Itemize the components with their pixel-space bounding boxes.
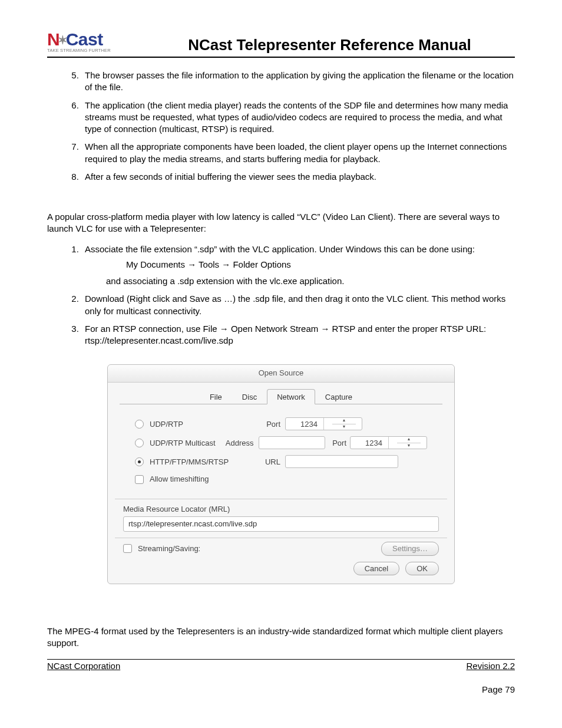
ncast-logo: N✶Cast TAKE STREAMING FURTHER [47, 29, 133, 53]
url-field[interactable] [285, 455, 398, 468]
address-field[interactable] [259, 436, 325, 449]
cancel-button[interactable]: Cancel [353, 562, 399, 576]
radio-udp-rtp[interactable] [135, 420, 144, 429]
mrl-field[interactable]: rtsp://telepresenter.ncast.com/live.sdp [123, 516, 439, 532]
list-text: Download (Right click and Save as …) the… [85, 294, 505, 315]
list-item: Associate the file extension “.sdp” with… [81, 243, 515, 288]
page-content: The browser passes the file information … [47, 70, 515, 696]
checkbox-label: Allow timeshifting [150, 474, 209, 485]
tab-network[interactable]: Network [267, 389, 315, 405]
list-item: For an RTSP connection, use File → Open … [81, 323, 515, 347]
spinner-icon[interactable]: ▲▼ [388, 437, 427, 449]
url-label: URL [245, 457, 280, 467]
ordered-list-b: Associate the file extension “.sdp” with… [47, 243, 515, 347]
tab-disc[interactable]: Disc [232, 389, 267, 405]
dialog-title: Open Source [108, 365, 454, 383]
mrl-value: rtsp://telepresenter.ncast.com/live.sdp [128, 519, 257, 528]
footer-right: Revision 2.2 [466, 660, 515, 672]
port-field-2[interactable]: 1234 ▲▼ [350, 436, 427, 449]
radio-label: UDP/RTP [150, 419, 245, 430]
spinner-icon[interactable]: ▲▼ [323, 418, 362, 430]
list-item: The application (the client media player… [81, 100, 515, 136]
checkbox-timeshifting[interactable] [135, 475, 144, 484]
logo-cast: Cast [66, 29, 103, 49]
list-item: The browser passes the file information … [81, 70, 515, 94]
ok-button[interactable]: OK [405, 562, 439, 576]
list-text: Associate the file extension “.sdp” with… [85, 244, 475, 254]
dialog-tabs: FileDiscNetworkCapture [120, 388, 442, 405]
radio-udp-rtp-multicast[interactable] [135, 439, 144, 447]
footer-left: NCast Corporation [47, 660, 120, 672]
mrl-label: Media Resource Locator (MRL) [123, 504, 439, 515]
checkbox-streaming-saving[interactable] [123, 544, 132, 553]
list-item: When all the appropriate components have… [81, 141, 515, 165]
list-item: After a few seconds of initial buffering… [81, 171, 515, 183]
list-sub-note: and associating a .sdp extension with th… [106, 275, 515, 287]
list-sub-path: My Documents → Tools → Folder Options [126, 259, 515, 271]
list-text: For an RTSP connection, use File → Open … [85, 324, 486, 345]
open-source-dialog: Open Source FileDiscNetworkCapture UDP/R… [107, 364, 455, 584]
radio-label: UDP/RTP Multicast [150, 438, 226, 449]
tab-pane-network: UDP/RTP Port 1234 ▲▼ UDP/RTP Multicast A… [120, 404, 442, 499]
paragraph-vlc: A popular cross-platform media player wi… [47, 211, 515, 235]
tab-capture[interactable]: Capture [315, 389, 362, 405]
page-footer: NCast Corporation Revision 2.2 [47, 659, 515, 672]
tab-file[interactable]: File [200, 389, 232, 405]
address-label: Address [226, 438, 254, 449]
settings-button[interactable]: Settings… [381, 542, 439, 556]
list-item: Download (Right click and Save as …) the… [81, 293, 515, 317]
port-value: 1234 [351, 438, 388, 449]
port-label-2: Port [329, 438, 346, 449]
port-field-1[interactable]: 1234 ▲▼ [285, 417, 362, 430]
paragraph-mpeg4: The MPEG-4 format used by the Telepresen… [47, 625, 515, 650]
page-header: N✶Cast TAKE STREAMING FURTHER NCast Tele… [47, 29, 515, 58]
checkbox-label: Streaming/Saving: [138, 543, 200, 554]
page-title: NCast Telepresenter Reference Manual [144, 36, 515, 55]
logo-tagline: TAKE STREAMING FURTHER [47, 48, 133, 53]
ordered-list-a: The browser passes the file information … [47, 70, 515, 183]
radio-http-ftp-mms-rtsp[interactable] [135, 457, 144, 466]
port-label: Port [245, 419, 280, 430]
radio-label: HTTP/FTP/MMS/RTSP [150, 457, 245, 467]
port-value: 1234 [286, 419, 323, 430]
page-number: Page 79 [47, 684, 515, 696]
